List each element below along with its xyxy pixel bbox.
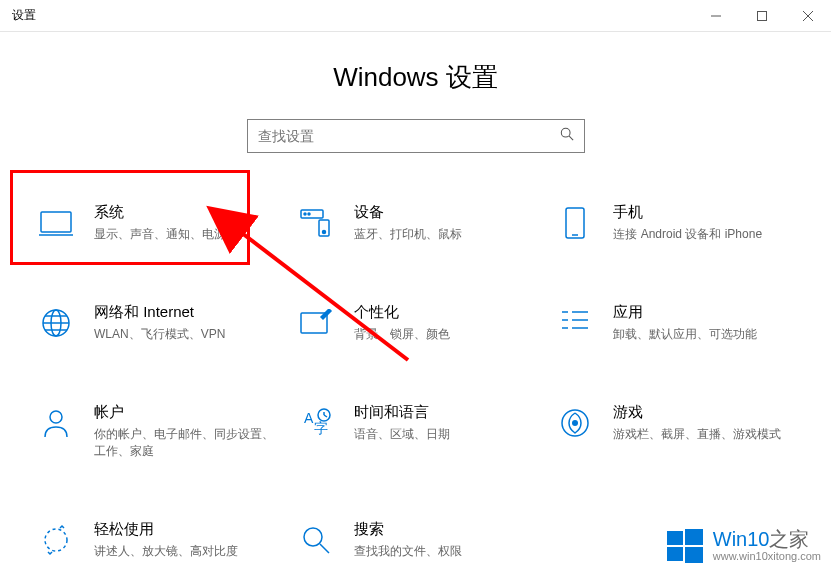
tile-desc: 背景、锁屏、颜色	[354, 326, 450, 343]
devices-icon	[296, 203, 336, 243]
search-input[interactable]	[258, 128, 560, 144]
svg-point-9	[304, 213, 306, 215]
tile-label: 应用	[613, 303, 757, 322]
tile-text: 设备 蓝牙、打印机、鼠标	[354, 203, 462, 243]
settings-grid: 系统 显示、声音、通知、电源 设备 蓝牙、打印机、鼠标 手机 连接 Androi…	[0, 153, 831, 560]
tile-desc: 你的帐户、电子邮件、同步设置、工作、家庭	[94, 426, 276, 460]
tile-apps[interactable]: 应用 卸载、默认应用、可选功能	[555, 303, 795, 343]
svg-rect-1	[758, 11, 767, 20]
tile-desc: 语音、区域、日期	[354, 426, 450, 443]
tile-personalization[interactable]: 个性化 背景、锁屏、颜色	[296, 303, 536, 343]
tile-desc: 蓝牙、打印机、鼠标	[354, 226, 462, 243]
tile-text: 系统 显示、声音、通知、电源	[94, 203, 226, 243]
tile-text: 游戏 游戏栏、截屏、直播、游戏模式	[613, 403, 781, 443]
accounts-icon	[36, 403, 76, 443]
system-icon	[36, 203, 76, 243]
tile-gaming[interactable]: 游戏 游戏栏、截屏、直播、游戏模式	[555, 403, 795, 460]
svg-text:字: 字	[314, 420, 328, 436]
tile-accounts[interactable]: 帐户 你的帐户、电子邮件、同步设置、工作、家庭	[36, 403, 276, 460]
tile-desc: 显示、声音、通知、电源	[94, 226, 226, 243]
phone-icon	[555, 203, 595, 243]
time-language-icon: A字	[296, 403, 336, 443]
watermark: Win10之家 www.win10xitong.com	[665, 525, 821, 565]
tile-label: 搜索	[354, 520, 462, 539]
watermark-brand-suffix: 之家	[769, 528, 809, 550]
svg-rect-41	[667, 547, 683, 561]
svg-line-37	[320, 544, 329, 553]
tile-desc: 讲述人、放大镜、高对比度	[94, 543, 238, 560]
close-button[interactable]	[785, 0, 831, 32]
tile-label: 系统	[94, 203, 226, 222]
watermark-brand-name: Win10	[713, 528, 770, 550]
svg-rect-13	[566, 208, 584, 238]
search-icon	[560, 127, 574, 145]
maximize-button[interactable]	[739, 0, 785, 32]
titlebar: 设置	[0, 0, 831, 32]
window-title: 设置	[12, 7, 36, 24]
tile-label: 手机	[613, 203, 762, 222]
close-icon	[803, 11, 813, 21]
svg-point-34	[572, 420, 578, 426]
minimize-icon	[711, 11, 721, 21]
tile-desc: 游戏栏、截屏、直播、游戏模式	[613, 426, 781, 443]
svg-rect-39	[667, 531, 683, 545]
svg-point-4	[561, 128, 570, 137]
tile-time-language[interactable]: A字 时间和语言 语音、区域、日期	[296, 403, 536, 460]
svg-point-36	[304, 528, 322, 546]
maximize-icon	[757, 11, 767, 21]
ease-icon	[36, 520, 76, 560]
tile-desc: 查找我的文件、权限	[354, 543, 462, 560]
tile-text: 手机 连接 Android 设备和 iPhone	[613, 203, 762, 243]
tile-label: 轻松使用	[94, 520, 238, 539]
svg-point-27	[50, 411, 62, 423]
svg-point-10	[308, 213, 310, 215]
svg-rect-42	[685, 547, 703, 563]
tile-desc: WLAN、飞行模式、VPN	[94, 326, 225, 343]
tile-search[interactable]: 搜索 查找我的文件、权限	[296, 520, 536, 560]
tile-desc: 卸载、默认应用、可选功能	[613, 326, 757, 343]
tile-network[interactable]: 网络和 Internet WLAN、飞行模式、VPN	[36, 303, 276, 343]
search-box[interactable]	[247, 119, 585, 153]
watermark-url: www.win10xitong.com	[713, 550, 821, 562]
svg-rect-6	[41, 212, 71, 232]
watermark-text: Win10之家 www.win10xitong.com	[713, 528, 821, 562]
tile-label: 帐户	[94, 403, 276, 422]
tile-ease-of-access[interactable]: 轻松使用 讲述人、放大镜、高对比度	[36, 520, 276, 560]
tile-text: 搜索 查找我的文件、权限	[354, 520, 462, 560]
tile-text: 应用 卸载、默认应用、可选功能	[613, 303, 757, 343]
search-tile-icon	[296, 520, 336, 560]
svg-point-12	[322, 231, 325, 234]
tile-label: 时间和语言	[354, 403, 450, 422]
tile-text: 网络和 Internet WLAN、飞行模式、VPN	[94, 303, 225, 343]
watermark-brand: Win10之家	[713, 528, 821, 550]
tile-system[interactable]: 系统 显示、声音、通知、电源	[36, 203, 276, 243]
svg-line-5	[569, 136, 573, 140]
apps-icon	[555, 303, 595, 343]
search-container	[0, 119, 831, 153]
tile-text: 个性化 背景、锁屏、颜色	[354, 303, 450, 343]
globe-icon	[36, 303, 76, 343]
svg-rect-40	[685, 529, 703, 545]
minimize-button[interactable]	[693, 0, 739, 32]
gaming-icon	[555, 403, 595, 443]
tile-label: 游戏	[613, 403, 781, 422]
personalization-icon	[296, 303, 336, 343]
svg-line-32	[324, 415, 327, 417]
svg-point-35	[45, 529, 67, 551]
tile-desc: 连接 Android 设备和 iPhone	[613, 226, 762, 243]
svg-text:A: A	[304, 410, 314, 426]
tile-text: 时间和语言 语音、区域、日期	[354, 403, 450, 443]
window-controls	[693, 0, 831, 32]
tile-label: 设备	[354, 203, 462, 222]
windows-logo-icon	[665, 525, 705, 565]
page-title: Windows 设置	[0, 60, 831, 95]
tile-devices[interactable]: 设备 蓝牙、打印机、鼠标	[296, 203, 536, 243]
tile-text: 轻松使用 讲述人、放大镜、高对比度	[94, 520, 238, 560]
tile-phone[interactable]: 手机 连接 Android 设备和 iPhone	[555, 203, 795, 243]
tile-label: 个性化	[354, 303, 450, 322]
tile-text: 帐户 你的帐户、电子邮件、同步设置、工作、家庭	[94, 403, 276, 460]
tile-label: 网络和 Internet	[94, 303, 225, 322]
